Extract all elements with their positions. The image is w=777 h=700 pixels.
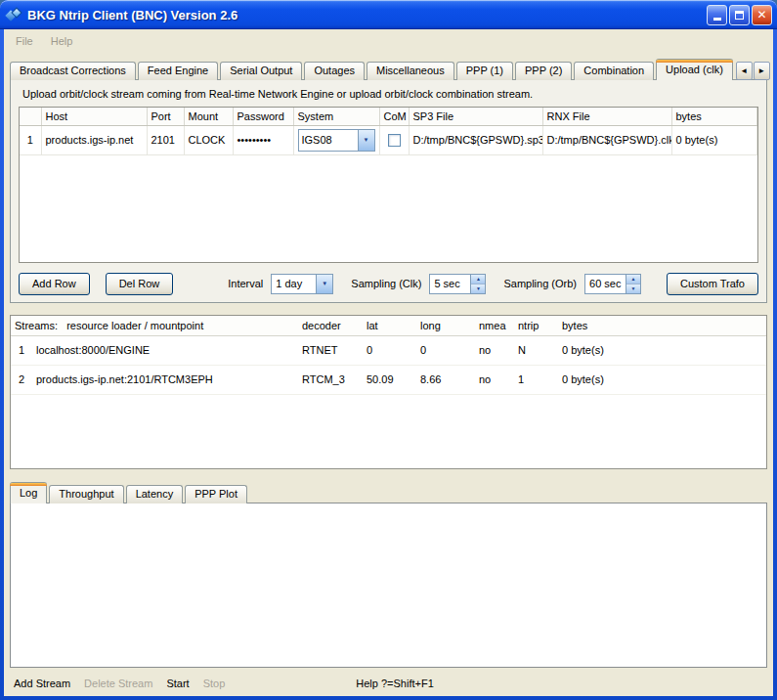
com-checkbox[interactable] — [388, 134, 401, 147]
tab-scroll-right-button[interactable]: ► — [754, 62, 770, 80]
sampling-orb-label: Sampling (Orb) — [503, 278, 577, 289]
system-combobox[interactable]: IGS08 ▼ — [298, 129, 375, 152]
spin-down-icon: ▼ — [476, 285, 481, 291]
spin-down-icon: ▼ — [631, 285, 636, 291]
stream-cell-ntrip[interactable]: 1 — [514, 365, 558, 394]
maximize-icon — [735, 11, 744, 20]
tab-ppp-plot[interactable]: PPP Plot — [185, 485, 247, 503]
upload-header-com: CoM — [379, 108, 409, 125]
tab-upload-clk[interactable]: Upload (clk) — [656, 59, 733, 80]
minimize-button[interactable] — [707, 5, 727, 25]
window-buttons: ✕ — [707, 5, 772, 25]
sampling-clk-down-button[interactable]: ▼ — [471, 284, 485, 293]
tab-outages[interactable]: Outages — [304, 62, 365, 80]
streams-header-row: Streams: resource loader / mountpoint de… — [11, 316, 766, 335]
stream-row-number: 2 — [11, 365, 32, 394]
upload-cell-rnx[interactable]: D:/tmp/BNC${GPSWD}.clk — [542, 125, 671, 154]
tab-ppp-2[interactable]: PPP (2) — [515, 62, 572, 80]
sampling-orb-spinbox[interactable]: 60 sec ▲ ▼ — [584, 274, 641, 294]
stream-cell-bytes[interactable]: 0 byte(s) — [558, 335, 766, 365]
maximize-button[interactable] — [729, 5, 750, 25]
window-body: File Help Broadcast Corrections Feed Eng… — [4, 29, 773, 696]
upload-header-port: Port — [147, 108, 184, 125]
stream-cell-decoder[interactable]: RTNET — [298, 335, 363, 365]
close-icon: ✕ — [756, 8, 766, 22]
tab-latency[interactable]: Latency — [126, 485, 184, 503]
sampling-clk-label: Sampling (Clk) — [351, 278, 421, 289]
upload-header-rnx: RNX File — [542, 108, 671, 125]
close-button[interactable]: ✕ — [752, 5, 772, 25]
sampling-orb-down-button[interactable]: ▼ — [626, 284, 640, 293]
streams-header-nmea: nmea — [475, 316, 514, 335]
tab-serial-output[interactable]: Serial Output — [220, 62, 302, 80]
system-combobox-arrow-button[interactable]: ▼ — [358, 130, 374, 151]
del-row-button[interactable]: Del Row — [106, 273, 174, 295]
add-row-button[interactable]: Add Row — [19, 273, 90, 295]
upload-table-row: 1 products.igs-ip.net 2101 CLOCK •••••••… — [20, 125, 757, 154]
tab-scroll-left-button[interactable]: ◄ — [736, 62, 753, 80]
upload-description: Upload orbit/clock stream coming from Re… — [22, 88, 533, 100]
upload-clk-panel: Upload orbit/clock stream coming from Re… — [10, 79, 767, 303]
system-combobox-value: IGS08 — [299, 130, 358, 151]
stream-cell-lat[interactable]: 0 — [363, 335, 416, 365]
stream-cell-mountpoint[interactable]: localhost:8000/ENGINE — [32, 335, 298, 365]
sampling-clk-spinbox[interactable]: 5 sec ▲ ▼ — [429, 274, 486, 294]
upload-header-bytes: bytes — [671, 108, 757, 125]
statusbar: Add Stream Delete Stream Start Stop Help… — [4, 673, 773, 694]
stream-row[interactable]: 1 localhost:8000/ENGINE RTNET 0 0 no N 0… — [11, 335, 766, 365]
add-stream-button[interactable]: Add Stream — [14, 678, 70, 689]
delete-stream-button[interactable]: Delete Stream — [84, 678, 152, 689]
menubar: File Help — [4, 29, 773, 53]
streams-table: Streams: resource loader / mountpoint de… — [10, 315, 767, 469]
tab-log[interactable]: Log — [10, 482, 47, 503]
menu-file[interactable]: File — [7, 32, 42, 50]
upload-cell-port[interactable]: 2101 — [147, 125, 184, 154]
stream-row[interactable]: 2 products.igs-ip.net:2101/RTCM3EPH RTCM… — [11, 365, 766, 394]
tab-scroll-right-icon: ► — [757, 66, 765, 75]
upload-cell-host[interactable]: products.igs-ip.net — [41, 125, 147, 154]
main-tabbar: Broadcast Corrections Feed Engine Serial… — [10, 59, 767, 80]
upload-header-corner — [20, 108, 41, 125]
stream-cell-long[interactable]: 0 — [416, 335, 475, 365]
custom-trafo-button[interactable]: Custom Trafo — [667, 273, 758, 295]
tab-throughput[interactable]: Throughput — [49, 485, 123, 503]
stream-cell-lat[interactable]: 50.09 — [363, 365, 416, 394]
upload-cell-sp3[interactable]: D:/tmp/BNC${GPSWD}.sp3 — [409, 125, 542, 154]
upload-cell-com — [379, 125, 409, 154]
log-output[interactable] — [10, 503, 767, 668]
stream-cell-decoder[interactable]: RTCM_3 — [298, 365, 363, 394]
tab-scroll-arrows: ◄ ► — [735, 62, 770, 80]
upload-header-row: Host Port Mount Password System CoM SP3 … — [20, 108, 757, 125]
streams-header-bytes: bytes — [558, 316, 766, 335]
stop-button[interactable]: Stop — [203, 678, 226, 689]
upload-header-host: Host — [41, 108, 147, 125]
stream-cell-nmea[interactable]: no — [475, 365, 514, 394]
stream-cell-ntrip[interactable]: N — [514, 335, 558, 365]
start-button[interactable]: Start — [166, 678, 189, 689]
stream-cell-mountpoint[interactable]: products.igs-ip.net:2101/RTCM3EPH — [32, 365, 298, 394]
sampling-clk-up-button[interactable]: ▲ — [471, 275, 485, 284]
interval-combobox-arrow-button[interactable]: ▼ — [316, 275, 332, 293]
tab-broadcast-corrections[interactable]: Broadcast Corrections — [10, 62, 136, 80]
tab-miscellaneous[interactable]: Miscellaneous — [367, 62, 454, 80]
stream-cell-nmea[interactable]: no — [475, 335, 514, 365]
sampling-orb-up-button[interactable]: ▲ — [626, 275, 640, 284]
menu-help[interactable]: Help — [42, 32, 82, 50]
tab-ppp-1[interactable]: PPP (1) — [456, 62, 513, 80]
sampling-clk-value: 5 sec — [430, 275, 470, 293]
stream-cell-bytes[interactable]: 0 byte(s) — [558, 365, 766, 394]
upload-header-sp3: SP3 File — [409, 108, 542, 125]
spin-up-icon: ▲ — [476, 276, 481, 282]
stream-cell-long[interactable]: 8.66 — [416, 365, 475, 394]
minimize-icon — [713, 18, 721, 21]
upload-cell-password[interactable]: ••••••••• — [233, 125, 293, 154]
streams-header-ntrip: ntrip — [514, 316, 558, 335]
tab-feed-engine[interactable]: Feed Engine — [138, 62, 218, 80]
tab-combination[interactable]: Combination — [574, 62, 654, 80]
sampling-orb-value: 60 sec — [585, 275, 626, 293]
interval-combobox[interactable]: 1 day ▼ — [271, 274, 333, 294]
upload-header-system: System — [293, 108, 379, 125]
upload-cell-mount[interactable]: CLOCK — [184, 125, 233, 154]
titlebar[interactable]: BKG Ntrip Client (BNC) Version 2.6 ✕ — [0, 0, 777, 29]
streams-header-decoder: decoder — [298, 316, 363, 335]
